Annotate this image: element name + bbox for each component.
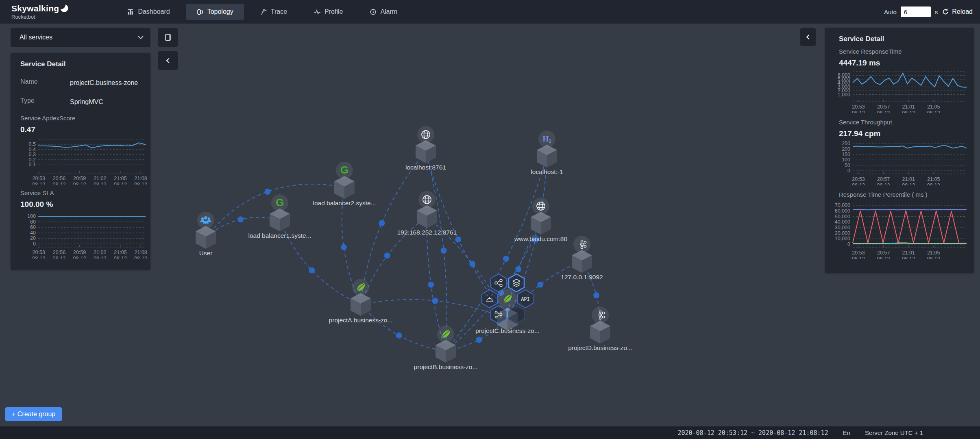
svg-text:50: 50 (845, 163, 850, 168)
svg-text:20:53: 20:53 (852, 250, 865, 256)
svg-text:21:05: 21:05 (114, 176, 126, 181)
collapse-right-panel-button[interactable] (800, 28, 816, 46)
svg-text:08-12: 08-12 (852, 183, 865, 185)
svg-text:08-12: 08-12 (852, 256, 865, 259)
svg-text:projectB.business-zo...: projectB.business-zo... (414, 363, 478, 370)
name-value: projectC.business-zone (70, 78, 140, 87)
svg-text:localhost:-1: localhost:-1 (531, 168, 563, 175)
collapse-service-detail-button[interactable] (158, 51, 178, 70)
topology-node-projB[interactable]: projectB.business-zo... (414, 326, 478, 370)
type-value: SpringMVC (70, 97, 140, 106)
time-range-selector[interactable]: 2020-08-12 20:53:12 ~ 2020-08-12 21:08:1… (677, 429, 828, 437)
svg-text:30,000: 30,000 (835, 225, 850, 230)
reload-label: Reload (952, 8, 973, 15)
throughput-label: Service Throughput (839, 119, 970, 126)
sla-chart: 02040608010020:5308-1220:5608-1220:5908-… (20, 211, 149, 260)
chart-svg: 1,0002,0003,0004,0005,0006,00020:5308-12… (830, 69, 970, 113)
app-logo: Skywalking Rocketbot (11, 4, 69, 20)
name-label: Name (20, 78, 70, 87)
dashboard-icon (127, 9, 134, 15)
panel-title: Service Detail (20, 60, 149, 68)
svg-text:20:53: 20:53 (33, 250, 45, 255)
service-type-row: Type SpringMVC (20, 97, 149, 106)
nav-label: Dashboard (138, 8, 170, 15)
topology-options-button[interactable] (158, 28, 178, 47)
nav-label: Alarm (380, 8, 397, 15)
nav-item-trace[interactable]: Trace (250, 4, 298, 20)
throughput-value: 217.94 cpm (839, 129, 970, 138)
svg-text:60,000: 60,000 (835, 208, 850, 214)
nav-label: Profile (324, 8, 343, 15)
topology-node-baidu[interactable]: www.baidu.com:80 (514, 198, 567, 242)
svg-text:20:53: 20:53 (852, 104, 865, 110)
template-icon (164, 33, 172, 41)
response-time-value: 4447.19 ms (839, 59, 970, 67)
services-dropdown[interactable]: All services (11, 28, 150, 47)
svg-text:21:08: 21:08 (134, 250, 147, 255)
panel-title: Service Detail (839, 35, 970, 43)
percentile-label: Response Time Percentile ( ms ) (839, 191, 970, 198)
auto-refresh-input[interactable] (901, 7, 931, 17)
percentile-chart: 010,00020,00030,00040,00050,00060,00070,… (830, 201, 970, 261)
topology-node-user[interactable]: User (196, 212, 216, 256)
svg-text:20:56: 20:56 (53, 176, 65, 181)
topology-node-lb2[interactable]: Gload balancer2.syste... (313, 162, 376, 206)
svg-text:20: 20 (30, 236, 36, 241)
svg-text:G: G (276, 196, 284, 209)
svg-text:0: 0 (847, 168, 850, 174)
create-group-button[interactable]: + Create group (5, 407, 62, 421)
topology-node-ip8761[interactable]: 192.168.252.12:8761 (397, 191, 457, 236)
svg-text:08-12: 08-12 (53, 182, 66, 185)
svg-text:08-12: 08-12 (114, 182, 127, 185)
topology-node-kafka9092[interactable]: 127.0.0.1:9092 (561, 236, 603, 280)
svg-text:20:53: 20:53 (852, 176, 865, 182)
topology-node-lh8761[interactable]: localhost:8761 (405, 126, 446, 171)
logo-title: Skywalking (11, 4, 59, 13)
svg-text:projectC.business-zo...: projectC.business-zo... (475, 327, 540, 334)
sla-value: 100.00 % (20, 200, 149, 209)
nav-item-profile[interactable]: Profile (303, 4, 353, 20)
chevron-left-icon (165, 57, 171, 64)
crescent-logo-icon (61, 4, 69, 13)
svg-text:6,000: 6,000 (838, 72, 850, 78)
trace-icon (260, 9, 267, 15)
svg-text:21:05: 21:05 (927, 104, 940, 110)
topology-node-projA[interactable]: projectA.business-zo... (329, 279, 393, 324)
nav-item-alarm[interactable]: Alarm (359, 4, 408, 20)
chart-svg: 010,00020,00030,00040,00050,00060,00070,… (830, 201, 970, 259)
auto-refresh-unit: s (935, 9, 938, 15)
reload-button[interactable]: Reload (942, 8, 973, 15)
svg-text:08-12: 08-12 (927, 183, 940, 185)
topology-node-projD[interactable]: projectD.business-zo... (568, 306, 632, 351)
svg-text:70,000: 70,000 (835, 202, 850, 208)
nav-item-dashboard[interactable]: Dashboard (117, 4, 180, 20)
nav-label: Topology (207, 8, 233, 15)
topology-node-lb1[interactable]: Gload balancer1.syste... (248, 194, 311, 239)
chart-svg: 02040608010020:5308-1220:5608-1220:5908-… (20, 211, 149, 259)
svg-text:50,000: 50,000 (835, 214, 850, 220)
menu-hex-endpoint-icon[interactable] (491, 274, 506, 292)
nav-item-topology[interactable]: Topology (186, 4, 244, 20)
menu-hex-instance-icon[interactable] (509, 274, 524, 292)
svg-text:21:05: 21:05 (114, 250, 126, 255)
topology-canvas[interactable]: UserGload balancer1.syste...Gload balanc… (0, 24, 980, 426)
sla-label: Service SLA (20, 189, 149, 196)
svg-text:21:01: 21:01 (902, 250, 915, 256)
language-selector[interactable]: En (843, 429, 850, 436)
menu-hex-alarm-icon[interactable] (482, 290, 497, 308)
svg-text:API: API (521, 297, 530, 302)
topology-node-lh-1[interactable]: H2localhost:-1 (531, 130, 563, 175)
svg-text:08-12: 08-12 (114, 256, 127, 259)
svg-text:08-12: 08-12 (852, 110, 865, 113)
svg-text:08-12: 08-12 (902, 256, 915, 259)
menu-hex-api-icon[interactable]: API (518, 290, 533, 308)
svg-text:08-12: 08-12 (32, 182, 45, 185)
svg-text:0: 0 (33, 241, 36, 247)
svg-text:0.4: 0.4 (29, 147, 36, 152)
svg-text:0.5: 0.5 (29, 141, 36, 147)
svg-text:150: 150 (842, 152, 850, 157)
response-time-chart: 1,0002,0003,0004,0005,0006,00020:5308-12… (830, 69, 970, 115)
svg-text:40,000: 40,000 (835, 219, 850, 225)
svg-text:0.3: 0.3 (29, 152, 36, 158)
svg-text:100: 100 (27, 213, 36, 219)
